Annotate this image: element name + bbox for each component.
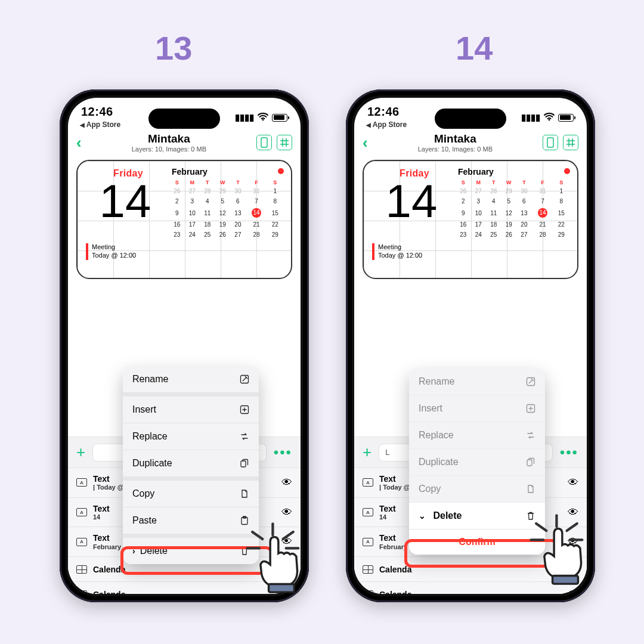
text-layer-icon: A	[76, 508, 87, 516]
calendar-layer-icon	[76, 565, 87, 574]
back-button[interactable]: ‹	[76, 134, 82, 152]
back-button[interactable]: ‹	[363, 134, 368, 152]
widget-month-calendar: February SMTWTFS262728293031123456789101…	[456, 167, 569, 240]
menu-paste[interactable]: Paste	[123, 507, 259, 534]
rename-icon	[526, 377, 535, 386]
svg-line-32	[567, 524, 577, 531]
chevron-right-icon: ›	[132, 546, 135, 556]
menu-rename[interactable]: Rename	[409, 369, 545, 395]
project-title: Mintaka	[418, 132, 493, 145]
project-title: Mintaka	[132, 132, 206, 145]
context-menu: Rename Insert Replace Duplicate Copy ⌄ D…	[409, 369, 545, 555]
app-header: ‹ Mintaka Layers: 10, Images: 0 MB	[68, 130, 301, 156]
device-preview-icon[interactable]	[256, 135, 272, 150]
tap-pointer-icon	[526, 509, 597, 587]
widget-month-calendar: February SMTWTFS262728293031123456789101…	[169, 167, 283, 240]
rename-icon	[240, 374, 249, 384]
visibility-icon[interactable]: 👁	[281, 506, 292, 519]
add-layer-button[interactable]: +	[76, 443, 85, 462]
visibility-icon[interactable]: 👁	[568, 588, 578, 594]
svg-rect-35	[553, 575, 578, 584]
svg-point-0	[262, 119, 264, 120]
replace-icon	[240, 432, 249, 441]
copy-icon	[240, 489, 249, 499]
calendar-widget[interactable]: Friday 14 Meeting Today @ 12:00 February…	[76, 160, 292, 279]
dynamic-island	[435, 109, 506, 129]
visibility-icon[interactable]: 👁	[568, 476, 578, 489]
menu-duplicate[interactable]: Duplicate	[409, 449, 545, 476]
svg-point-19	[549, 119, 550, 120]
text-layer-icon: A	[363, 478, 373, 487]
step-number-14: 14	[456, 29, 493, 67]
app-header: ‹ Mintaka Layers: 10, Images: 0 MB	[354, 130, 587, 156]
grid-toggle-icon[interactable]	[563, 135, 578, 150]
menu-copy[interactable]: Copy	[123, 481, 259, 507]
add-layer-button[interactable]: +	[363, 443, 371, 462]
menu-duplicate[interactable]: Duplicate	[123, 450, 259, 477]
phone-frame-13: 12:46 ▮▮▮▮ App Store ‹ Mintaka Layers: 1…	[60, 89, 309, 602]
battery-icon	[272, 114, 287, 122]
text-layer-icon: A	[363, 508, 373, 516]
menu-delete[interactable]: ›Delete	[123, 538, 259, 564]
svg-rect-18	[269, 584, 295, 592]
menu-replace[interactable]: Replace	[409, 422, 545, 449]
text-layer-icon: A	[76, 538, 87, 546]
text-layer-icon: A	[76, 478, 87, 487]
back-to-appstore[interactable]: App Store	[366, 120, 407, 129]
phone-frame-14: 12:46 ▮▮▮▮ App Store ‹ Mintaka Layers: 1…	[346, 89, 595, 602]
device-preview-icon[interactable]	[543, 135, 558, 150]
more-button[interactable]: •••	[560, 444, 578, 461]
svg-rect-29	[527, 460, 532, 466]
grid-toggle-icon[interactable]	[277, 135, 292, 150]
signal-icon: ▮▮▮▮	[521, 112, 540, 123]
duplicate-icon	[526, 457, 535, 467]
widget-day-number: 14	[89, 178, 161, 224]
visibility-icon[interactable]: 👁	[281, 476, 292, 489]
replace-icon	[526, 431, 535, 440]
svg-line-31	[536, 524, 546, 531]
insert-icon	[526, 404, 535, 413]
menu-replace[interactable]: Replace	[123, 423, 259, 450]
calendar-layer-icon	[363, 590, 373, 594]
step-number-13: 13	[155, 29, 192, 67]
signal-icon: ▮▮▮▮	[235, 112, 254, 123]
calendar-layer-icon	[363, 565, 373, 574]
svg-rect-10	[241, 461, 246, 467]
insert-icon	[240, 405, 249, 414]
svg-rect-1	[261, 138, 267, 147]
svg-line-14	[252, 532, 262, 539]
widget-event: Meeting Today @ 12:00	[86, 243, 136, 260]
menu-insert[interactable]: Insert	[123, 397, 259, 423]
tap-pointer-icon	[242, 518, 314, 595]
calendar-widget[interactable]: Friday 14 Meeting Today @ 12:00 February…	[363, 160, 578, 279]
more-button[interactable]: •••	[274, 444, 292, 461]
menu-delete-expanded[interactable]: ⌄ Delete	[409, 503, 545, 530]
widget-day-number: 14	[376, 178, 447, 224]
dynamic-island	[148, 109, 220, 129]
context-menu: Rename Insert Replace Duplicate Copy	[123, 366, 259, 564]
menu-insert[interactable]: Insert	[409, 395, 545, 422]
text-layer-icon: A	[363, 538, 373, 546]
widget-event: Meeting Today @ 12:00	[372, 243, 422, 260]
wifi-icon	[544, 113, 555, 123]
calendar-layer-icon	[76, 590, 87, 594]
back-to-appstore[interactable]: App Store	[80, 120, 120, 129]
menu-rename[interactable]: Rename	[123, 366, 259, 393]
svg-rect-20	[547, 138, 553, 147]
menu-confirm-delete[interactable]: Confirm	[409, 530, 545, 555]
project-subtitle: Layers: 10, Images: 0 MB	[132, 145, 206, 153]
svg-line-15	[283, 532, 293, 539]
menu-copy[interactable]: Copy	[409, 476, 545, 503]
battery-icon	[558, 114, 574, 122]
project-subtitle: Layers: 10, Images: 0 MB	[418, 145, 493, 153]
copy-icon	[526, 484, 535, 494]
duplicate-icon	[240, 459, 249, 468]
chevron-down-icon: ⌄	[419, 511, 426, 521]
wifi-icon	[258, 113, 268, 123]
